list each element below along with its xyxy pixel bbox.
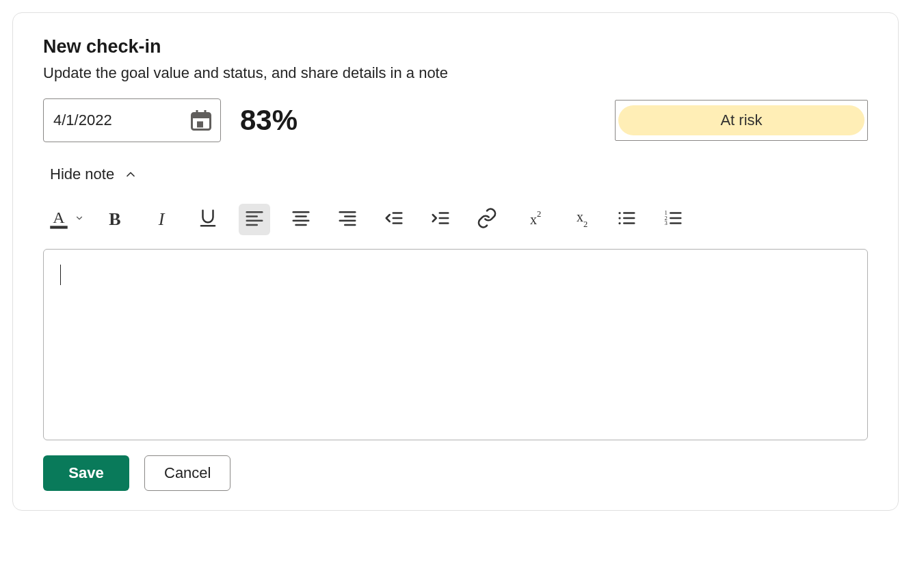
subscript-button[interactable]: x 2 xyxy=(564,204,596,235)
svg-text:x: x xyxy=(530,212,537,227)
values-row: 4/1/2022 83% At risk xyxy=(43,98,868,142)
date-value: 4/1/2022 xyxy=(53,111,112,129)
svg-point-32 xyxy=(618,222,620,224)
svg-text:2: 2 xyxy=(537,209,541,219)
outdent-button[interactable] xyxy=(378,204,410,235)
indent-button[interactable] xyxy=(425,204,456,235)
svg-text:x: x xyxy=(577,209,583,224)
numbered-list-button[interactable]: 1 2 3 xyxy=(657,204,689,235)
card-title: New check-in xyxy=(43,36,868,57)
font-color-button[interactable]: A xyxy=(47,206,84,232)
text-caret xyxy=(60,265,61,285)
svg-rect-3 xyxy=(204,110,207,116)
status-pill: At risk xyxy=(618,105,864,135)
bold-button[interactable]: B xyxy=(99,204,131,235)
align-right-icon xyxy=(337,208,358,231)
cancel-button[interactable]: Cancel xyxy=(144,455,230,491)
outdent-icon xyxy=(384,208,404,231)
bold-icon: B xyxy=(109,209,120,230)
svg-text:2: 2 xyxy=(583,219,587,229)
underline-button[interactable] xyxy=(192,204,224,235)
svg-text:A: A xyxy=(53,209,65,226)
actions-row: Save Cancel xyxy=(43,455,868,491)
svg-point-31 xyxy=(618,217,620,219)
svg-rect-1 xyxy=(192,113,211,119)
svg-rect-2 xyxy=(196,110,198,116)
svg-text:3: 3 xyxy=(665,219,668,226)
align-left-icon xyxy=(244,208,265,231)
align-center-button[interactable] xyxy=(285,204,317,235)
align-center-icon xyxy=(291,208,311,231)
svg-point-30 xyxy=(618,212,620,214)
subscript-icon: x 2 xyxy=(570,208,590,231)
card-subtitle: Update the goal value and status, and sh… xyxy=(43,64,868,82)
editor-toolbar: A B I xyxy=(43,204,868,235)
italic-button[interactable]: I xyxy=(146,204,177,235)
date-picker[interactable]: 4/1/2022 xyxy=(43,98,221,142)
underline-icon xyxy=(198,208,218,231)
note-editor[interactable] xyxy=(43,249,868,440)
font-color-icon: A xyxy=(47,206,70,232)
checkin-card: New check-in Update the goal value and s… xyxy=(12,12,899,511)
hide-note-toggle[interactable]: Hide note xyxy=(50,165,137,183)
italic-icon: I xyxy=(159,209,165,230)
status-select[interactable]: At risk xyxy=(615,100,868,141)
superscript-button[interactable]: x 2 xyxy=(518,204,549,235)
bullet-list-button[interactable] xyxy=(611,204,642,235)
chevron-down-icon xyxy=(75,213,84,226)
progress-value: 83% xyxy=(240,104,298,137)
svg-rect-6 xyxy=(50,226,68,228)
hide-note-label: Hide note xyxy=(50,165,114,183)
align-right-button[interactable] xyxy=(332,204,363,235)
numbered-list-icon: 1 2 3 xyxy=(663,208,683,231)
link-button[interactable] xyxy=(471,204,503,235)
calendar-icon xyxy=(189,108,213,133)
superscript-icon: x 2 xyxy=(523,208,544,231)
chevron-up-icon xyxy=(124,168,137,181)
svg-rect-4 xyxy=(197,122,203,128)
bullet-list-icon xyxy=(616,208,637,231)
save-button[interactable]: Save xyxy=(43,455,129,491)
align-left-button[interactable] xyxy=(239,204,270,235)
indent-icon xyxy=(430,208,451,231)
link-icon xyxy=(476,207,498,232)
